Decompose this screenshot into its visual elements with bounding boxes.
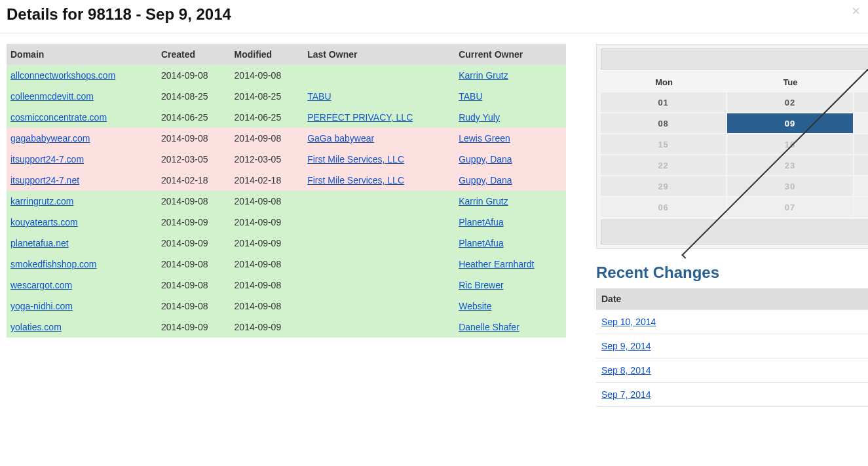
calendar-day[interactable]: 08	[854, 197, 868, 217]
domain-cell-link[interactable]: cosmicconcentrate.com	[10, 112, 107, 123]
domain-cell-link[interactable]: smokedfishshop.com	[10, 259, 97, 269]
recent-date-link[interactable]: Sep 9, 2014	[601, 341, 651, 351]
calendar-day[interactable]: 03	[854, 92, 868, 112]
current-owner-cell-link[interactable]: PlanetAfua	[459, 238, 504, 248]
domain-cell-link[interactable]: planetafua.net	[10, 238, 69, 248]
modified-cell: 2014-08-25	[231, 86, 304, 107]
table-row: yolaties.com2014-09-092014-09-09Danelle …	[7, 317, 566, 338]
created-cell: 2014-02-18	[157, 170, 231, 191]
current-owner-cell: Karrin Grutz	[455, 65, 566, 86]
domain-table-header[interactable]: Last Owner	[303, 44, 455, 65]
close-icon[interactable]: ×	[852, 4, 860, 18]
last-owner-cell	[303, 233, 455, 254]
recent-changes-scroll[interactable]: Sep 10, 20146Sep 9, 201413Sep 8, 20147Se…	[596, 309, 868, 407]
last-owner-cell-link[interactable]: TABU	[307, 91, 331, 102]
domain-cell-link[interactable]: gagababywear.com	[10, 133, 90, 144]
domain-cell: smokedfishshop.com	[7, 254, 157, 275]
last-owner-cell-link[interactable]: First Mile Services, LLC	[307, 175, 404, 185]
calendar-day[interactable]: 10	[854, 113, 868, 133]
modified-cell: 2014-02-18	[231, 170, 304, 191]
calendar-day[interactable]: 01	[601, 92, 726, 112]
recent-changes-title: Recent Changes	[596, 263, 868, 282]
recent-date-link[interactable]: Sep 7, 2014	[601, 389, 651, 400]
recent-date-link[interactable]: Sep 10, 2014	[601, 317, 656, 327]
domain-table-header[interactable]: Domain	[7, 44, 157, 65]
recent-date-link[interactable]: Sep 8, 2014	[601, 365, 651, 376]
table-row: planetafua.net2014-09-092014-09-09Planet…	[7, 233, 566, 254]
current-owner-cell-link[interactable]: Heather Earnhardt	[459, 259, 534, 269]
calendar-day[interactable]: 07	[727, 197, 852, 217]
current-owner-cell-link[interactable]: Karrin Grutz	[459, 70, 508, 81]
calendar-dow: Mon	[601, 73, 727, 92]
created-cell: 2014-09-08	[157, 65, 231, 86]
domain-table-header[interactable]: Modified	[231, 44, 304, 65]
domain-cell-link[interactable]: karringrutz.com	[10, 196, 73, 206]
calendar-day[interactable]: 24	[854, 155, 868, 175]
domain-table: DomainCreatedModifiedLast OwnerCurrent O…	[7, 44, 566, 338]
domain-cell-link[interactable]: yoga-nidhi.com	[10, 301, 73, 311]
recent-date-cell: Sep 9, 2014	[596, 334, 868, 359]
recent-row: Sep 8, 20147	[596, 359, 868, 383]
last-owner-cell	[303, 275, 455, 296]
created-cell: 2014-06-25	[157, 107, 231, 128]
created-cell: 2014-09-08	[157, 254, 231, 275]
domain-cell: yoga-nidhi.com	[7, 296, 157, 317]
domain-cell-link[interactable]: itsupport24-7.com	[10, 154, 84, 165]
domain-cell-link[interactable]: allconnectworkshops.com	[10, 70, 115, 81]
current-owner-cell: Lewis Green	[455, 128, 566, 149]
modified-cell: 2014-06-25	[231, 107, 304, 128]
last-owner-cell-link[interactable]: GaGa babywear	[307, 133, 374, 144]
current-owner-cell: Danelle Shafer	[455, 317, 566, 338]
current-owner-cell-link[interactable]: Rudy Yuly	[459, 112, 500, 123]
modified-cell: 2014-09-08	[231, 128, 304, 149]
domain-cell: gagababywear.com	[7, 128, 157, 149]
last-owner-cell	[303, 254, 455, 275]
recent-row: Sep 9, 201413	[596, 334, 868, 359]
calendar-day[interactable]: 29	[601, 176, 726, 196]
last-owner-cell	[303, 317, 455, 338]
created-cell: 2014-09-09	[157, 233, 231, 254]
domain-cell-link[interactable]: itsupport24-7.net	[10, 175, 79, 185]
current-owner-cell-link[interactable]: Karrin Grutz	[459, 196, 508, 206]
current-owner-cell-link[interactable]: Website	[459, 301, 491, 311]
calendar-day[interactable]: 15	[601, 134, 726, 154]
last-owner-cell-link[interactable]: PERFECT PRIVACY, LLC	[307, 112, 413, 123]
calendar-day[interactable]: 22	[601, 155, 726, 175]
current-owner-cell-link[interactable]: TABU	[459, 91, 482, 102]
calendar-today-button[interactable]: Today	[601, 220, 868, 244]
current-owner-cell-link[interactable]: Danelle Shafer	[459, 322, 519, 332]
calendar-day[interactable]: 06	[601, 197, 726, 217]
calendar-day[interactable]: 08	[601, 113, 726, 133]
calendar-day[interactable]: 17	[854, 134, 868, 154]
calendar-day[interactable]: 01	[854, 176, 868, 196]
recent-row: Sep 7, 201410	[596, 383, 868, 407]
current-owner-cell-link[interactable]: Guppy, Dana	[459, 154, 512, 165]
domain-cell: planetafua.net	[7, 233, 157, 254]
calendar-day[interactable]: 09	[727, 113, 852, 133]
current-owner-cell-link[interactable]: PlanetAfua	[459, 217, 504, 227]
created-cell: 2014-09-09	[157, 317, 231, 338]
current-owner-cell-link[interactable]: Ric Brewer	[459, 280, 503, 290]
last-owner-cell-link[interactable]: First Mile Services, LLC	[307, 154, 404, 165]
modified-cell: 2014-09-08	[231, 65, 304, 86]
modal-header: Details for 98118 - Sep 9, 2014 ×	[0, 0, 868, 33]
domain-cell-link[interactable]: wescargot.com	[10, 280, 72, 290]
domain-table-header[interactable]: Current Owner	[455, 44, 566, 65]
domain-cell-link[interactable]: yolaties.com	[10, 322, 62, 332]
domain-cell-link[interactable]: colleenmcdevitt.com	[10, 91, 94, 102]
last-owner-cell	[303, 296, 455, 317]
calendar-prev-button[interactable]	[601, 49, 868, 69]
recent-header-date: Date	[596, 288, 868, 309]
current-owner-cell-link[interactable]: Lewis Green	[459, 133, 510, 144]
modified-cell: 2014-09-09	[231, 233, 304, 254]
current-owner-cell-link[interactable]: Guppy, Dana	[459, 175, 512, 185]
last-owner-cell	[303, 212, 455, 233]
current-owner-cell: PlanetAfua	[455, 233, 566, 254]
created-cell: 2014-09-09	[157, 212, 231, 233]
modified-cell: 2014-09-09	[231, 317, 304, 338]
domain-table-header[interactable]: Created	[157, 44, 231, 65]
calendar-day[interactable]: 23	[727, 155, 852, 175]
table-row: cosmicconcentrate.com2014-06-252014-06-2…	[7, 107, 566, 128]
domain-cell-link[interactable]: kouyatearts.com	[10, 217, 78, 227]
domain-cell: karringrutz.com	[7, 191, 157, 212]
